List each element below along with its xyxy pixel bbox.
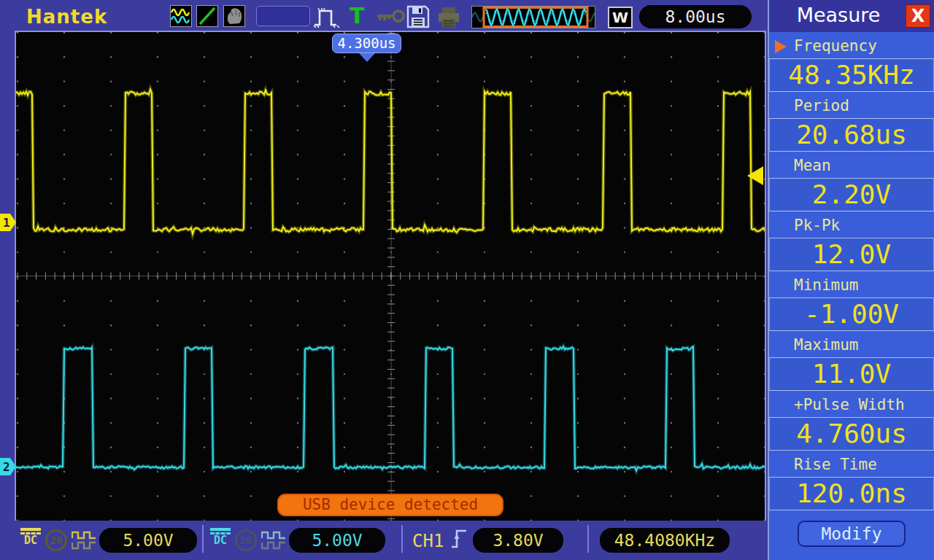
measure-item: Rise Time 120.0ns — [769, 455, 934, 510]
separator — [202, 525, 204, 553]
pulse-trigger-icon[interactable] — [312, 4, 341, 32]
trigger-t-icon[interactable]: T — [350, 3, 364, 28]
measure-value[interactable]: -1.00V — [769, 298, 934, 331]
keylock-icon[interactable] — [374, 9, 405, 26]
channel-display-icon[interactable] — [170, 5, 192, 27]
ch2-bandwidth-icon[interactable]: 20 — [235, 529, 257, 551]
separator — [587, 525, 589, 553]
svg-text:1: 1 — [3, 216, 10, 230]
rising-edge-icon[interactable] — [450, 526, 469, 554]
panel-title: Measure — [769, 4, 908, 26]
top-toolbar: Hantek T — [0, 0, 768, 32]
ch1-volts-readout[interactable]: 5.00V — [99, 528, 197, 553]
cursor-line-icon[interactable] — [196, 5, 218, 27]
trigger-status-box[interactable] — [256, 6, 310, 26]
scope-display — [15, 31, 766, 522]
ch2-volts-readout[interactable]: 5.00V — [289, 528, 385, 553]
measure-item: Period 20.68us — [769, 96, 934, 152]
measure-panel: Measure X Frequency 48.35KHz Period 20.6… — [768, 0, 934, 560]
modify-button[interactable]: Modify — [798, 521, 906, 547]
save-icon[interactable] — [406, 4, 431, 32]
waveform-preview-strip[interactable] — [471, 6, 595, 28]
measure-label: Rise Time — [794, 456, 877, 473]
ch2-invert-icon[interactable] — [261, 529, 286, 554]
ch1-coupling-icon[interactable]: DC — [19, 528, 42, 553]
measure-item: Mean 2.20V — [769, 156, 934, 211]
measure-item: Minimum -1.00V — [769, 276, 934, 331]
window-mode-icon[interactable]: W — [608, 7, 633, 28]
measure-label: Period — [794, 97, 849, 114]
frequency-counter-readout[interactable]: 48.4080KHz — [600, 528, 730, 553]
separator — [401, 525, 403, 553]
measure-label: Minimum — [794, 276, 859, 294]
selected-arrow-icon — [775, 40, 787, 53]
measure-value[interactable]: 20.68us — [769, 118, 934, 152]
measure-item: +Pulse Width 4.760us — [769, 395, 934, 451]
measure-panel-header: Measure X — [769, 0, 934, 32]
bottom-status-bar: DC 20 5.00V DC 20 5.00V CH1 3.80V 48.408… — [0, 521, 768, 560]
ch1-invert-icon[interactable] — [72, 529, 96, 554]
measure-label: Frequency — [794, 37, 877, 55]
measure-value[interactable]: 2.20V — [769, 178, 934, 211]
measure-value[interactable]: 120.0ns — [769, 477, 934, 510]
ch1-bandwidth-icon[interactable]: 20 — [45, 529, 67, 551]
hantek-logo: Hantek — [26, 6, 107, 28]
hand-probe-icon[interactable] — [223, 5, 245, 27]
measure-label: Mean — [794, 157, 831, 174]
ch2-coupling-icon[interactable]: DC — [209, 528, 232, 553]
trigger-source-label[interactable]: CH1 — [412, 531, 444, 551]
measure-label: Pk-Pk — [794, 217, 840, 234]
close-icon[interactable]: X — [906, 4, 930, 28]
measure-item: Frequency 48.35KHz — [769, 36, 934, 92]
timebase-readout[interactable]: 8.00us — [639, 5, 752, 28]
ch2-ground-marker[interactable]: 2 — [0, 457, 17, 476]
svg-text:2: 2 — [3, 460, 10, 474]
measure-value[interactable]: 4.760us — [769, 417, 934, 451]
measure-item: Maximum 11.0V — [769, 335, 934, 391]
measure-item: Pk-Pk 12.0V — [769, 216, 934, 271]
measure-label: +Pulse Width — [794, 396, 905, 413]
measure-value[interactable]: 48.35KHz — [769, 58, 934, 92]
measure-value[interactable]: 12.0V — [769, 238, 934, 271]
measure-label: Maximum — [794, 336, 859, 354]
usb-notification: USB device detected — [277, 494, 503, 516]
measure-value[interactable]: 11.0V — [769, 357, 934, 391]
trigger-level-readout[interactable]: 3.80V — [473, 528, 563, 553]
trigger-position-tooltip: 4.300us — [332, 34, 401, 53]
ch1-ground-marker[interactable]: 1 — [0, 213, 17, 232]
print-icon[interactable] — [436, 6, 461, 32]
